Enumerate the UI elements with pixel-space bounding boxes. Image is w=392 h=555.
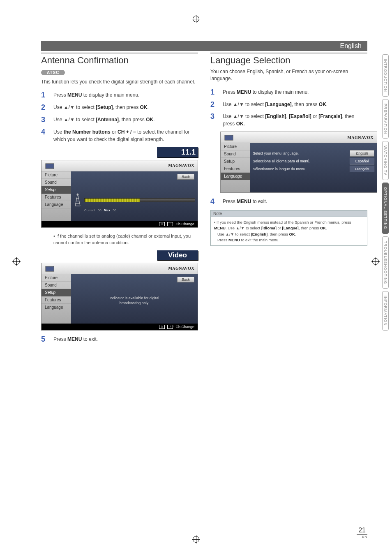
lang-option: Español [350,158,374,164]
osd-footer-text: Ch Change [175,222,194,226]
svg-rect-6 [225,136,233,140]
osd-menu-item: Picture [42,274,71,282]
note-body: • If you need the English menus instead … [211,217,367,245]
osd-menu-item: Features [42,296,71,304]
lang-prompt: Seleccione el idioma para el menú. [253,159,350,163]
note-header: Note [211,210,367,217]
tv-icon [45,162,55,169]
osd-language: MAGNAVOX Picture Sound Setup Features La… [220,132,377,193]
osd-menu-item: Features [42,194,71,201]
max-value: 50 [113,208,116,212]
antenna-title: Antenna Confirmation [41,53,198,66]
remote-icon: ▯ [159,222,165,226]
remote-icon: ▯ [159,325,165,329]
crop-line [29,16,29,32]
antenna-steps: 1 Press MENU to display the main menu. 2… [41,91,198,143]
section-tabs: INTRODUCTION PREPARATION WATCHING TV OPT… [382,54,389,331]
lang-option-selected: English [350,150,374,157]
osd-menu-item: Picture [221,143,250,150]
registration-mark-icon [372,258,379,265]
step-number: 2 [41,104,48,112]
signal-bar [84,198,195,202]
step-number: 3 [41,116,48,124]
lang-prompt: Sélectionnez la langue du menu. [253,167,350,171]
tv-icon [224,134,234,141]
svg-rect-4 [46,267,53,271]
tv-icon [45,265,55,272]
digital-msg-line: Indicator is available for digital [80,296,189,301]
step-text: Press MENU to exit. [53,335,98,344]
osd-menu-item: Picture [42,171,71,179]
note-box: Note • If you need the English menus ins… [210,210,367,246]
osd-menu-item: Setup [221,158,250,165]
osd-menu-item-selected: Setup [42,289,71,296]
osd-menu-item: Features [221,165,250,173]
page-number: 21 EN [357,527,367,539]
osd-antenna-signal: MAGNAVOX Picture Sound Setup Features La… [41,160,198,228]
osd-menu-item-selected: Language [221,173,250,180]
tab-preparation[interactable]: PREPARATION [382,99,389,139]
step-number: 1 [210,88,217,97]
antenna-tower-icon [74,193,82,208]
step-number: 5 [41,335,48,344]
tab-troubleshooting[interactable]: TROUBLESHOOTING [382,236,389,289]
channel-indicator: 11.1 [157,147,198,157]
step-text: Use ▲/▼ to select [English], [Español] o… [223,113,367,127]
step-text: Press MENU to display the main menu. [223,88,309,97]
step-text: Press MENU to exit. [223,198,267,206]
tab-introduction[interactable]: INTRODUCTION [382,54,389,97]
keypad-icon: ⋮⋮⋮ [167,222,173,226]
language-steps: 1 Press MENU to display the main menu. 2… [210,88,367,128]
osd-back-button: Back [177,277,194,282]
brand-logo: MAGNAVOX [168,266,194,271]
osd-digital-only: MAGNAVOX Picture Sound Setup Features La… [41,263,198,331]
step-number: 3 [210,113,217,127]
step-number: 1 [41,91,48,99]
step-number: 4 [41,128,48,143]
step-number: 4 [210,198,217,206]
osd-menu-item: Sound [42,282,71,289]
osd-menu-item: Sound [221,150,250,158]
brand-logo: MAGNAVOX [347,135,374,140]
osd-menu-item: Language [42,201,71,208]
current-value: 50 [98,208,101,212]
atsc-badge: ATSC [41,70,65,75]
step-text: Press MENU to display the main menu. [53,91,139,99]
registration-mark-icon [13,258,20,265]
tab-watching-tv[interactable]: WATCHING TV [382,141,389,180]
osd-sidebar: Picture Sound Setup Features Language [42,171,71,221]
step-text: Use ▲/▼ to select [Antenna], then press … [53,116,155,124]
analog-note: If the channel is set to analog (cable) … [53,233,198,246]
digital-msg-line: broadcasting only. [80,301,189,306]
registration-mark-icon [193,16,199,22]
step-text: Use ▲/▼ to select [Setup], then press OK… [53,104,149,112]
osd-sidebar: Picture Sound Setup Features Language [42,274,71,324]
antenna-intro: This function lets you check the digital… [41,79,198,86]
tab-information[interactable]: INFORMATION [382,291,389,330]
lang-prompt: Select your menu language. [253,151,350,155]
lang-option: Français [350,166,374,172]
osd-menu-item: Sound [42,179,71,186]
step-text: Use ▲/▼ to select [Language], then press… [223,101,327,109]
osd-sidebar: Picture Sound Setup Features Language [221,143,250,192]
osd-footer-text: Ch Change [175,325,194,329]
language-title: Language Selection [210,53,367,66]
step-text: Use the Number buttons or CH + / − to se… [53,128,198,143]
svg-rect-1 [46,164,53,168]
osd-menu-item: Language [42,304,71,311]
osd-menu-item-selected: Setup [42,186,71,194]
brand-logo: MAGNAVOX [168,163,194,168]
current-label: Current [84,208,95,212]
max-label: Max [104,208,111,212]
language-intro: You can choose English, Spanish, or Fren… [210,68,367,83]
language-header: English [41,41,367,51]
keypad-icon: ⋮⋮⋮ [167,325,173,329]
osd-back-button: Back [177,174,194,180]
step-number: 2 [210,101,217,109]
tab-optional-setting[interactable]: OPTIONAL SETTING [382,183,389,234]
video-indicator: Video [157,250,198,260]
crop-line [363,16,363,32]
